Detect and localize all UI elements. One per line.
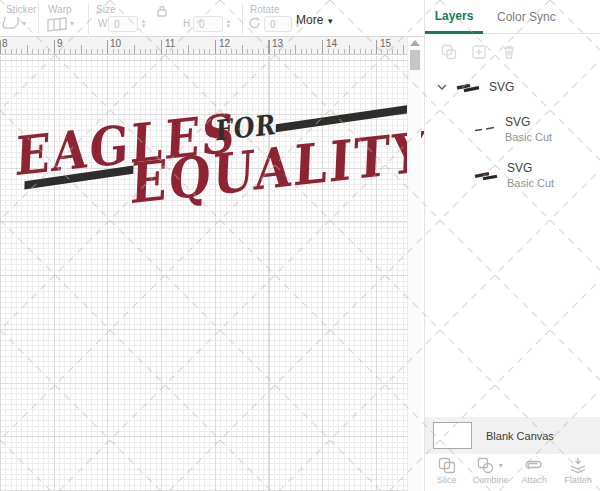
warp-icon[interactable] bbox=[46, 17, 68, 32]
warp-label: Warp bbox=[48, 4, 72, 15]
tab-layers-label: Layers bbox=[435, 9, 474, 23]
flatten-button[interactable]: Flatten bbox=[556, 454, 600, 491]
layer-name: SVG bbox=[505, 115, 552, 129]
layer-name: SVG bbox=[489, 80, 514, 94]
layer-row-group[interactable]: SVG bbox=[425, 74, 600, 100]
layer-thumbnail bbox=[473, 169, 499, 181]
width-stepper-icon[interactable]: ▲▼ bbox=[139, 16, 148, 32]
bottom-actions-bar: Slice ▼ Combine Attach bbox=[425, 454, 600, 491]
lock-icon[interactable] bbox=[156, 5, 168, 17]
slice-label: Slice bbox=[437, 475, 457, 485]
sticker-label: Sticker bbox=[6, 4, 37, 15]
scroll-up-icon[interactable] bbox=[410, 40, 420, 46]
sticker-icon[interactable] bbox=[2, 17, 20, 33]
horizontal-ruler: 8 9 10 11 12 13 14 15 bbox=[0, 37, 407, 55]
more-caret-icon: ▼ bbox=[326, 17, 334, 26]
layer-row-text[interactable]: SVG Basic Cut bbox=[425, 158, 600, 192]
layer-thumbnail bbox=[473, 123, 497, 135]
svg-design-object[interactable]: EAGLES FOR EQUALITY bbox=[16, 84, 417, 226]
toolbar-divider bbox=[242, 3, 243, 34]
app-window: Sticker ▾ Warp ▾ Size W ▲▼ H ▲▼ Rotate ▲… bbox=[0, 0, 600, 491]
height-stepper-icon[interactable]: ▲▼ bbox=[224, 16, 233, 32]
tab-layers[interactable]: Layers bbox=[425, 0, 483, 34]
blank-canvas-label: Blank Canvas bbox=[486, 430, 554, 442]
layers-panel: Layers Color Sync bbox=[424, 0, 600, 491]
tab-color-sync-label: Color Sync bbox=[497, 10, 556, 24]
height-label: H bbox=[183, 18, 190, 29]
combine-icon bbox=[477, 457, 495, 474]
layers-list: SVG SVG Basic Cut SVG B bbox=[425, 74, 600, 192]
combine-button[interactable]: ▼ Combine bbox=[469, 454, 513, 491]
width-input[interactable] bbox=[108, 16, 138, 32]
blank-canvas-row[interactable]: Blank Canvas bbox=[425, 417, 600, 454]
slice-button[interactable]: Slice bbox=[425, 454, 469, 491]
warp-caret-icon[interactable]: ▾ bbox=[70, 19, 74, 28]
toolbar-divider bbox=[38, 3, 39, 34]
panel-tabs: Layers Color Sync bbox=[425, 0, 600, 34]
tab-color-sync[interactable]: Color Sync bbox=[483, 0, 570, 34]
edit-toolbar: Sticker ▾ Warp ▾ Size W ▲▼ H ▲▼ Rotate ▲… bbox=[0, 0, 428, 37]
layer-name: SVG bbox=[507, 161, 554, 175]
sticker-caret-icon[interactable]: ▾ bbox=[22, 19, 26, 28]
rotate-icon[interactable] bbox=[248, 16, 262, 30]
toolbar-divider bbox=[88, 3, 89, 34]
canvas-color-swatch[interactable] bbox=[433, 422, 472, 449]
rotate-input[interactable] bbox=[264, 16, 292, 32]
design-canvas[interactable]: EAGLES FOR EQUALITY bbox=[0, 56, 407, 491]
height-input[interactable] bbox=[193, 16, 223, 32]
slice-icon bbox=[438, 457, 456, 474]
combine-label: Combine bbox=[473, 475, 509, 485]
flatten-label: Flatten bbox=[564, 475, 592, 485]
attach-label: Attach bbox=[522, 475, 548, 485]
layer-cut-type: Basic Cut bbox=[505, 131, 552, 143]
layer-thumbnail bbox=[455, 81, 481, 93]
combine-caret-icon: ▼ bbox=[497, 462, 504, 469]
layer-row-bars[interactable]: SVG Basic Cut bbox=[425, 112, 600, 146]
group-icon[interactable] bbox=[441, 44, 457, 60]
scrollbar-thumb[interactable] bbox=[410, 50, 420, 70]
chevron-down-icon[interactable] bbox=[437, 82, 447, 92]
delete-icon[interactable] bbox=[501, 44, 517, 60]
canvas-vertical-scrollbar[interactable] bbox=[407, 37, 421, 491]
attach-icon bbox=[524, 457, 544, 474]
layer-tools-row bbox=[425, 34, 600, 60]
more-label: More bbox=[296, 13, 323, 27]
duplicate-icon[interactable] bbox=[471, 44, 487, 60]
width-label: W bbox=[98, 18, 107, 29]
ruler-ticks bbox=[0, 40, 407, 54]
attach-button[interactable]: Attach bbox=[513, 454, 557, 491]
layer-cut-type: Basic Cut bbox=[507, 177, 554, 189]
size-label: Size bbox=[96, 4, 115, 15]
rotate-label: Rotate bbox=[250, 4, 279, 15]
flatten-icon bbox=[569, 457, 587, 474]
more-button[interactable]: More▼ bbox=[296, 13, 334, 27]
